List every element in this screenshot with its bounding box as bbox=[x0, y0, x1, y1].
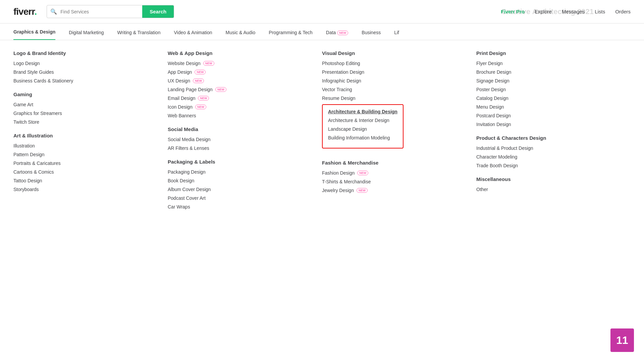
section-title-social-media: Social Media bbox=[168, 126, 315, 132]
menu-album-cover[interactable]: Album Cover Design bbox=[168, 187, 315, 192]
slide-badge: 11 bbox=[610, 328, 634, 352]
cat-nav-graphics-design[interactable]: Graphics & Design bbox=[13, 29, 55, 40]
badge-fashion-design: NEW bbox=[357, 171, 368, 175]
menu-ar-filters[interactable]: AR Filters & Lenses bbox=[168, 145, 315, 151]
col-visual-design: Visual Design Photoshop Editing Presenta… bbox=[322, 50, 476, 213]
header: fiverr. 🔍 Search Fiverr Pro Explore Mess… bbox=[0, 0, 644, 23]
search-icon: 🔍 bbox=[47, 8, 60, 15]
section-title-miscellaneous: Miscellaneous bbox=[476, 176, 624, 182]
section-title-web-app: Web & App Design bbox=[168, 50, 315, 56]
menu-building-info-modeling[interactable]: Building Information Modeling bbox=[328, 135, 397, 140]
menu-portraits-caricatures[interactable]: Portraits & Caricatures bbox=[13, 161, 161, 166]
menu-presentation-design[interactable]: Presentation Design bbox=[322, 69, 470, 75]
cat-nav-digital-marketing[interactable]: Digital Marketing bbox=[69, 30, 104, 40]
category-nav: Graphics & Design Digital Marketing Writ… bbox=[0, 23, 644, 40]
nav-explore[interactable]: Explore bbox=[535, 9, 552, 14]
nav-lists[interactable]: Lists bbox=[595, 9, 605, 14]
menu-signage-design[interactable]: Signage Design bbox=[476, 78, 624, 83]
badge-landing-page: NEW bbox=[215, 87, 226, 92]
nav-orders[interactable]: Orders bbox=[615, 9, 631, 14]
menu-architecture-interior[interactable]: Architecture & Interior Design bbox=[328, 118, 397, 123]
cat-nav-video-animation[interactable]: Video & Animation bbox=[174, 30, 212, 40]
architecture-highlighted-box: Architecture & Building Design Architect… bbox=[322, 104, 404, 148]
menu-podcast-cover[interactable]: Podcast Cover Art bbox=[168, 195, 315, 201]
menu-landing-page-design[interactable]: Landing Page DesignNEW bbox=[168, 87, 315, 92]
cat-nav-lif[interactable]: Lif bbox=[394, 30, 399, 40]
main-content: Logo & Brand Identity Logo Design Brand … bbox=[0, 40, 644, 223]
search-input[interactable] bbox=[60, 6, 142, 18]
menu-car-wraps[interactable]: Car Wraps bbox=[168, 204, 315, 209]
badge-email-design: NEW bbox=[198, 96, 209, 101]
menu-icon-design[interactable]: Icon DesignNEW bbox=[168, 104, 315, 110]
search-button[interactable]: Search bbox=[142, 5, 174, 18]
menu-business-cards[interactable]: Business Cards & Stationery bbox=[13, 78, 161, 83]
section-title-gaming: Gaming bbox=[13, 92, 161, 97]
data-badge: NEW bbox=[337, 31, 348, 35]
cat-nav-music-audio[interactable]: Music & Audio bbox=[226, 30, 256, 40]
menu-fashion-design[interactable]: Fashion DesignNEW bbox=[322, 170, 470, 176]
menu-cartoons-comics[interactable]: Cartoons & Comics bbox=[13, 169, 161, 175]
menu-web-banners[interactable]: Web Banners bbox=[168, 113, 315, 118]
menu-invitation-design[interactable]: Invitation Design bbox=[476, 122, 624, 127]
menu-logo-design[interactable]: Logo Design bbox=[13, 61, 161, 66]
menu-illustration[interactable]: Illustration bbox=[13, 143, 161, 148]
menu-character-modeling[interactable]: Character Modeling bbox=[476, 154, 624, 160]
nav-messages[interactable]: Messages bbox=[562, 9, 585, 14]
menu-tattoo-design[interactable]: Tattoo Design bbox=[13, 178, 161, 183]
col-web-app: Web & App Design Website DesignNEW App D… bbox=[168, 50, 322, 213]
menu-game-art[interactable]: Game Art bbox=[13, 102, 161, 107]
architecture-title[interactable]: Architecture & Building Design bbox=[328, 109, 397, 114]
menu-other[interactable]: Other bbox=[476, 187, 624, 192]
menu-storyboards[interactable]: Storyboards bbox=[13, 187, 161, 192]
section-title-logo-brand: Logo & Brand Identity bbox=[13, 50, 161, 56]
menu-landscape-design[interactable]: Landscape Design bbox=[328, 126, 397, 132]
menu-jewelry-design[interactable]: Jewelry DesignNEW bbox=[322, 188, 470, 193]
nav-fiverr-pro[interactable]: Fiverr Pro bbox=[501, 9, 525, 14]
menu-photoshop-editing[interactable]: Photoshop Editing bbox=[322, 61, 470, 66]
menu-industrial-product-design[interactable]: Industrial & Product Design bbox=[476, 145, 624, 151]
cat-nav-programming-tech[interactable]: Programming & Tech bbox=[269, 30, 312, 40]
menu-poster-design[interactable]: Poster Design bbox=[476, 87, 624, 92]
badge-ux-design: NEW bbox=[193, 78, 204, 83]
badge-app-design: NEW bbox=[195, 70, 206, 74]
menu-tshirts-merchandise[interactable]: T-Shirts & Merchandise bbox=[322, 179, 470, 184]
section-title-packaging-labels: Packaging & Labels bbox=[168, 159, 315, 165]
nav-right: Fiverr Pro Explore Messages Lists Orders bbox=[501, 9, 631, 14]
menu-vector-tracing[interactable]: Vector Tracing bbox=[322, 87, 470, 92]
menu-brochure-design[interactable]: Brochure Design bbox=[476, 69, 624, 75]
menu-social-media-design[interactable]: Social Media Design bbox=[168, 137, 315, 142]
menu-ux-design[interactable]: UX DesignNEW bbox=[168, 78, 315, 83]
menu-email-design[interactable]: Email DesignNEW bbox=[168, 96, 315, 101]
menu-twitch-store[interactable]: Twitch Store bbox=[13, 119, 161, 125]
col-print-design: Print Design Flyer Design Brochure Desig… bbox=[476, 50, 631, 213]
section-title-visual-design: Visual Design bbox=[322, 50, 470, 56]
cat-nav-business[interactable]: Business bbox=[362, 30, 381, 40]
logo[interactable]: fiverr. bbox=[13, 6, 37, 17]
section-title-print-design: Print Design bbox=[476, 50, 624, 56]
badge-icon-design: NEW bbox=[195, 105, 206, 109]
menu-menu-design[interactable]: Menu Design bbox=[476, 104, 624, 110]
search-bar: 🔍 Search bbox=[47, 5, 174, 18]
col-logo-brand: Logo & Brand Identity Logo Design Brand … bbox=[13, 50, 168, 213]
cat-nav-data[interactable]: DataNEW bbox=[326, 30, 348, 40]
menu-trade-booth-design[interactable]: Trade Booth Design bbox=[476, 163, 624, 168]
menu-pattern-design[interactable]: Pattern Design bbox=[13, 152, 161, 157]
menu-infographic-design[interactable]: Infographic Design bbox=[322, 78, 470, 83]
section-title-fashion-merchandise: Fashion & Merchandise bbox=[322, 160, 470, 166]
cat-nav-writing-translation[interactable]: Writing & Translation bbox=[117, 30, 161, 40]
menu-brand-style-guides[interactable]: Brand Style Guides bbox=[13, 69, 161, 75]
menu-book-design[interactable]: Book Design bbox=[168, 178, 315, 183]
menu-app-design[interactable]: App DesignNEW bbox=[168, 69, 315, 75]
menu-website-design[interactable]: Website DesignNEW bbox=[168, 61, 315, 66]
section-title-art-illustration: Art & Illustration bbox=[13, 133, 161, 138]
menu-graphics-streamers[interactable]: Graphics for Streamers bbox=[13, 111, 161, 116]
menu-packaging-design[interactable]: Packaging Design bbox=[168, 169, 315, 175]
menu-postcard-design[interactable]: Postcard Design bbox=[476, 113, 624, 118]
section-title-product-characters: Product & Characters Design bbox=[476, 135, 624, 141]
badge-jewelry-design: NEW bbox=[357, 188, 368, 193]
badge-website-design: NEW bbox=[203, 61, 214, 66]
menu-resume-design[interactable]: Resume Design bbox=[322, 96, 470, 101]
menu-flyer-design[interactable]: Flyer Design bbox=[476, 61, 624, 66]
menu-catalog-design[interactable]: Catalog Design bbox=[476, 96, 624, 101]
